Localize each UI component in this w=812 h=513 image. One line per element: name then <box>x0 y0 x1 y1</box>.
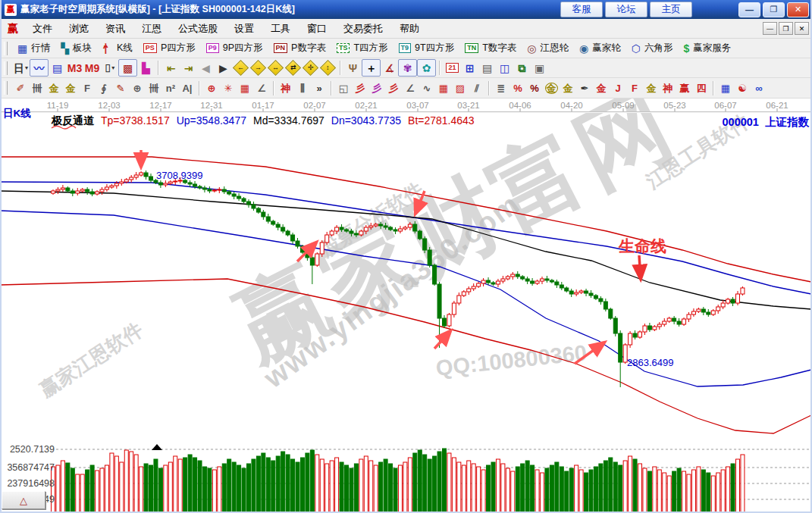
diamond-compress-button[interactable]: ⇄ <box>285 60 301 76</box>
maximize-button[interactable]: ❐ <box>763 2 785 17</box>
angle-fan-button[interactable]: ∠ <box>402 80 419 95</box>
menu-item-5[interactable]: 设置 <box>226 20 262 38</box>
win-angle-button[interactable]: 赢 <box>676 80 693 95</box>
bar-picker-button[interactable]: ⌷▾ <box>101 60 118 76</box>
four-angle-button[interactable]: 四 <box>693 80 710 95</box>
menu-item-9[interactable]: 帮助 <box>391 20 428 38</box>
nav-first-button[interactable]: ⇤ <box>162 60 180 76</box>
angle-marker-button[interactable]: ∡ <box>381 60 398 76</box>
diamond-expand-button[interactable]: ✢ <box>303 60 318 76</box>
volume-expand-button[interactable]: △ <box>2 491 45 509</box>
plain-comb-button[interactable]: 卌 <box>146 80 162 95</box>
p-square-button[interactable]: PSP四方形 <box>138 40 201 56</box>
f-comb-button[interactable]: F <box>79 80 96 95</box>
n2-ruler-button[interactable]: n² <box>162 80 179 95</box>
gold-comb-1-button[interactable]: 金 <box>45 80 62 95</box>
slant-lines-button[interactable]: ⫽ <box>469 80 485 95</box>
homepage-button[interactable]: 主页 <box>650 2 692 17</box>
grid-cross-button[interactable]: ▦ <box>435 80 452 95</box>
wave-9-button[interactable]: M9 <box>83 60 101 76</box>
gold-comb-2-button[interactable]: 金 <box>62 80 79 95</box>
calculator-button[interactable]: ⊞ <box>461 60 478 76</box>
hexagon-button[interactable]: ⬡六角形 <box>626 40 679 56</box>
close-button[interactable]: ✕ <box>787 2 809 17</box>
customer-service-button[interactable]: 客服 <box>560 2 603 17</box>
nav-prev-button[interactable]: ◀ <box>197 60 215 76</box>
t-table-button[interactable]: TNT数字表 <box>459 40 522 56</box>
toolbar-grip[interactable] <box>4 42 8 55</box>
trend-wave-button[interactable]: 〰 <box>30 59 49 77</box>
chart-area[interactable]: 赢家财富网 www.yingjia360.com QQ:100800360 赢家… <box>0 99 812 513</box>
spiral-button[interactable]: ∮ <box>96 80 112 95</box>
f-angle-button[interactable]: F <box>626 80 643 95</box>
sectors-button[interactable]: ▚板块 <box>55 40 97 56</box>
color-histogram-button[interactable]: ▙ <box>137 60 155 76</box>
percent-red-button[interactable]: % <box>509 80 526 95</box>
gann-comb-button[interactable]: 卌 <box>29 80 45 95</box>
menu-item-1[interactable]: 浏览 <box>61 20 97 38</box>
gold-angle-button[interactable]: 金 <box>643 80 660 95</box>
printer-button[interactable]: ▣ <box>531 60 548 76</box>
ink-pen-button[interactable]: ✒ <box>576 80 593 95</box>
fan-box-magenta-button[interactable]: 彡 <box>368 80 385 95</box>
toolbar-grip[interactable] <box>4 81 8 95</box>
9p-square-button[interactable]: P99P四方形 <box>201 40 268 56</box>
calendar-button[interactable]: 21 <box>444 60 461 76</box>
fan-box-red-button[interactable]: 彡 <box>385 80 402 95</box>
menu-item-0[interactable]: 文件 <box>24 20 61 38</box>
hand-tool-button[interactable]: Ψ <box>344 60 362 76</box>
nav-next-button[interactable]: ▶ <box>215 60 232 76</box>
kline-chart-canvas[interactable] <box>0 99 812 513</box>
diamond-vspan-button[interactable]: ↕ <box>320 60 336 76</box>
winner-service-button[interactable]: $赢家服务 <box>678 40 736 56</box>
save-button[interactable]: ◫ <box>496 60 513 76</box>
gold-circle-button[interactable]: 金 <box>543 80 560 95</box>
angle-pair-button[interactable]: ∠ <box>253 80 270 95</box>
percent-under-button[interactable]: % <box>526 80 543 95</box>
toolbar-grip[interactable] <box>4 61 8 75</box>
web-grid-button[interactable]: ▦ <box>237 80 253 95</box>
pattern-box-button[interactable]: ▩ <box>118 59 137 77</box>
quotes-button[interactable]: ▦行情 <box>12 40 55 56</box>
gold-lines-button[interactable]: 金 <box>560 80 576 95</box>
star-web-button[interactable]: ✳ <box>220 80 237 95</box>
forum-button[interactable]: 论坛 <box>605 2 647 17</box>
pen-button[interactable]: ✐ <box>12 80 29 95</box>
9t-square-button[interactable]: T99T四方形 <box>393 40 460 56</box>
menu-item-3[interactable]: 江恩 <box>133 20 170 38</box>
diamond-left-button[interactable]: ← <box>233 60 249 76</box>
j-angle-button[interactable]: J <box>610 80 626 95</box>
menu-item-7[interactable]: 窗口 <box>299 20 335 38</box>
nav-last-button[interactable]: ⇥ <box>180 60 197 76</box>
t-square-button[interactable]: TST四方形 <box>331 40 393 56</box>
fan-red-button[interactable]: 彡 <box>352 80 368 95</box>
grid-yellow-button[interactable]: ▦ <box>717 80 734 95</box>
menu-item-2[interactable]: 资讯 <box>97 20 133 38</box>
a-ruler-button[interactable]: A| <box>179 80 196 95</box>
p-table-button[interactable]: PNP数字表 <box>268 40 331 56</box>
box-ruler-button[interactable]: ◱ <box>335 80 352 95</box>
shen-ruler-button[interactable]: 神 <box>277 80 294 95</box>
gann-wheel-button[interactable]: ◎江恩轮 <box>522 40 574 56</box>
net-share-button[interactable]: ⧉ <box>513 60 531 76</box>
percent-ruler-button[interactable]: ≣ <box>493 80 509 95</box>
gold-wave-button[interactable]: 金 <box>593 80 610 95</box>
minimize-button[interactable]: — <box>738 2 760 17</box>
expand-more-button[interactable]: » <box>311 80 328 95</box>
winner-wheel-button[interactable]: ◉赢家轮 <box>574 40 626 56</box>
marker-pen-button[interactable]: ✎ <box>112 80 129 95</box>
menu-item-8[interactable]: 交易委托 <box>335 20 391 38</box>
period-style-button[interactable]: 日▾ <box>12 60 30 76</box>
diamond-hspan-button[interactable]: ↔ <box>268 60 284 76</box>
wave-check-button[interactable]: ∿ <box>419 80 435 95</box>
circle-crosshair-button[interactable]: ⊕ <box>203 80 220 95</box>
brain-map-button[interactable]: ✿ <box>417 59 436 77</box>
kline-button[interactable]: 忄K线 <box>97 40 138 56</box>
info-list-button[interactable]: ▤ <box>49 60 66 76</box>
crosshair-tool-button[interactable]: ＋ <box>362 59 381 77</box>
diamond-right-button[interactable]: → <box>250 60 266 76</box>
grid-arrow-button[interactable]: ▨ <box>452 80 469 95</box>
yinyang-button[interactable]: ☯ <box>734 80 751 95</box>
cycle-ruler-button[interactable]: ⊕ <box>129 80 146 95</box>
mdi-minimize-button[interactable]: — <box>763 22 777 35</box>
